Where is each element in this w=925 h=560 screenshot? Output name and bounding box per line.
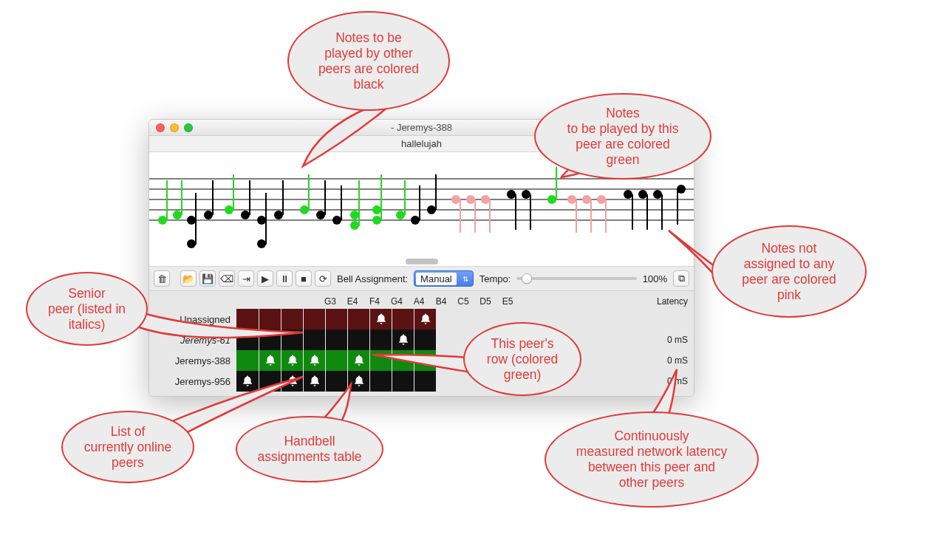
save-button[interactable]: 💾 — [199, 270, 216, 287]
note — [187, 193, 197, 248]
svg-rect-34 — [380, 174, 382, 220]
note — [350, 180, 360, 230]
svg-point-19 — [257, 239, 266, 248]
svg-point-16 — [241, 211, 250, 219]
svg-point-41 — [451, 195, 460, 204]
svg-point-29 — [350, 211, 359, 219]
svg-point-49 — [522, 190, 530, 199]
assignment-cell[interactable] — [392, 329, 414, 350]
column-header: D5 — [474, 296, 496, 307]
svg-point-43 — [466, 195, 475, 204]
callout-notes-green: Notes to be played by this peer are colo… — [534, 93, 711, 180]
svg-rect-11 — [195, 193, 197, 245]
svg-point-39 — [427, 205, 436, 214]
assignment-cell[interactable] — [414, 371, 436, 392]
pause-button[interactable]: ⏸ — [276, 270, 293, 287]
svg-point-12 — [204, 211, 213, 219]
column-header: E4 — [341, 296, 363, 307]
assignment-cell[interactable] — [281, 371, 303, 392]
assignment-cell[interactable] — [392, 350, 414, 371]
assignment-cell[interactable] — [281, 309, 303, 329]
note — [481, 195, 491, 233]
svg-rect-40 — [435, 174, 437, 210]
peer-label: Jeremys-388 — [154, 355, 236, 366]
assignment-cell[interactable] — [325, 329, 347, 350]
assignment-cell[interactable] — [347, 350, 369, 371]
note — [597, 195, 607, 233]
svg-rect-38 — [419, 185, 420, 220]
assignment-cell[interactable] — [259, 329, 281, 350]
svg-point-7 — [173, 211, 182, 219]
assignment-cell[interactable] — [303, 309, 325, 329]
svg-rect-15 — [233, 174, 234, 210]
import-button[interactable]: ⇥ — [238, 270, 254, 287]
assignment-cell[interactable] — [347, 309, 369, 329]
svg-point-10 — [187, 239, 196, 248]
svg-point-45 — [481, 195, 490, 204]
trash-button[interactable]: 🗑 — [154, 270, 170, 287]
assignment-cell[interactable] — [259, 309, 281, 329]
svg-point-47 — [507, 190, 516, 199]
loop-button[interactable]: ⟳ — [315, 270, 331, 287]
column-header: F4 — [363, 296, 386, 307]
svg-point-57 — [597, 195, 606, 204]
assignment-cell[interactable] — [236, 350, 259, 371]
svg-rect-20 — [265, 193, 267, 245]
svg-point-32 — [372, 205, 381, 214]
assignment-cell[interactable] — [303, 329, 325, 350]
stop-button[interactable]: ■ — [296, 270, 312, 287]
assignment-cell[interactable] — [369, 329, 392, 350]
assignment-cell[interactable] — [325, 309, 347, 329]
table-row: Jeremys-9560 mS — [154, 371, 689, 392]
assignment-cell[interactable] — [369, 309, 392, 329]
assignment-cell[interactable] — [392, 371, 414, 392]
table-row: Jeremys-610 mS — [154, 329, 689, 350]
svg-point-5 — [158, 216, 167, 225]
latency-value: 0 mS — [667, 376, 689, 386]
svg-rect-62 — [646, 194, 648, 230]
tempo-value: 100% — [643, 273, 667, 284]
svg-rect-42 — [460, 199, 461, 233]
svg-rect-28 — [341, 185, 342, 220]
assignment-cell[interactable] — [369, 371, 392, 392]
svg-rect-52 — [556, 167, 557, 199]
assignment-cell[interactable] — [369, 350, 392, 371]
assignment-cell[interactable] — [303, 350, 325, 371]
svg-rect-64 — [661, 194, 663, 230]
column-header: C5 — [452, 296, 474, 307]
svg-point-27 — [332, 216, 341, 225]
callout-online-peers: List of currently online peers — [61, 411, 194, 483]
assignment-cell[interactable] — [236, 371, 259, 392]
assignment-cell[interactable] — [414, 309, 436, 329]
assignment-cell[interactable] — [259, 350, 281, 371]
play-button[interactable]: ▶ — [257, 270, 273, 287]
assignment-cell[interactable] — [259, 371, 281, 392]
assignment-cell[interactable] — [236, 329, 259, 350]
svg-rect-8 — [181, 180, 182, 215]
assignment-cell[interactable] — [347, 329, 369, 350]
assignment-cell[interactable] — [414, 329, 436, 350]
svg-point-25 — [316, 211, 325, 219]
bell-assignment-select[interactable]: Manual ⇅ — [414, 270, 474, 287]
note — [257, 193, 267, 248]
assignment-cell[interactable] — [325, 371, 347, 392]
assignment-cell[interactable] — [325, 350, 347, 371]
assignment-cell[interactable] — [392, 309, 414, 329]
svg-rect-56 — [590, 199, 592, 233]
scrollbar-thumb[interactable] — [406, 259, 438, 264]
assignment-cell[interactable] — [281, 329, 303, 350]
tempo-slider[interactable] — [516, 277, 636, 280]
assignment-cell[interactable] — [347, 371, 369, 392]
copy-button[interactable]: ⧉ — [673, 270, 689, 287]
clear-button[interactable]: ⌫ — [219, 270, 235, 287]
assignment-cell[interactable] — [414, 350, 436, 371]
note — [451, 195, 461, 233]
peer-label: Jeremys-956 — [154, 376, 236, 387]
svg-rect-60 — [632, 194, 633, 230]
table-row: Jeremys-3880 mS — [154, 350, 689, 371]
assignment-cell[interactable] — [236, 309, 259, 329]
assignment-cell[interactable] — [303, 371, 325, 392]
assignment-cell[interactable] — [281, 350, 303, 371]
open-button[interactable]: 📂 — [180, 270, 197, 287]
note — [300, 174, 310, 214]
